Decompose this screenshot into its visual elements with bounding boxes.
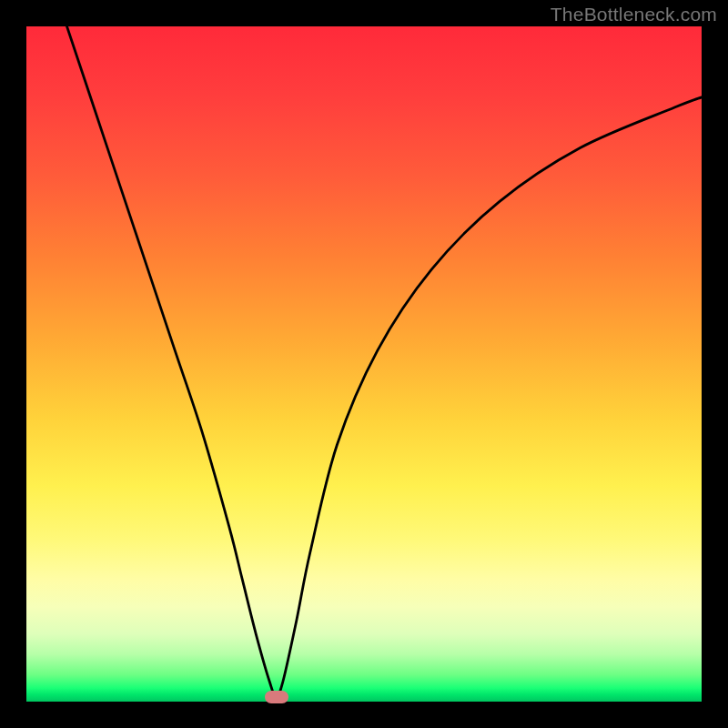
chart-frame: TheBottleneck.com xyxy=(0,0,728,728)
plot-area xyxy=(26,26,702,702)
watermark-text: TheBottleneck.com xyxy=(551,4,717,25)
bottleneck-curve xyxy=(26,26,702,702)
optimal-point-marker xyxy=(265,691,288,703)
